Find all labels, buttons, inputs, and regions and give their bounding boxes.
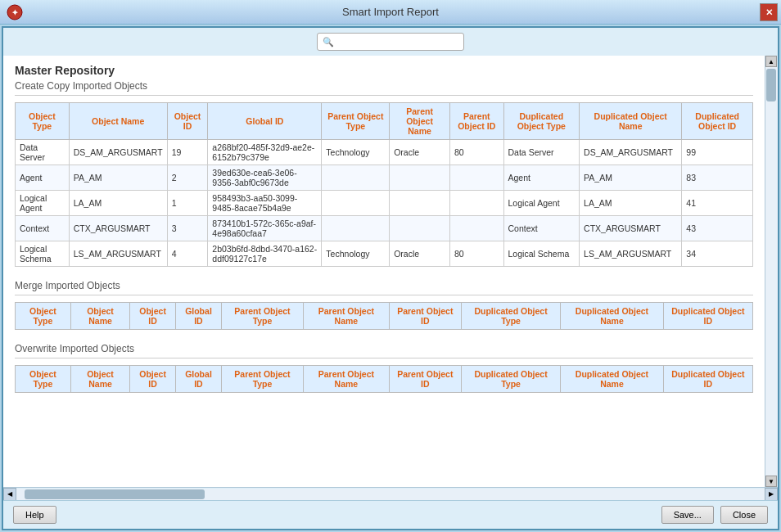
- merge-section: Merge Imported Objects Object Type Objec…: [15, 280, 753, 330]
- ow-col-object-type: Object Type: [16, 366, 71, 393]
- col-header-object-id: Object ID: [167, 103, 208, 140]
- table-cell: [322, 216, 390, 241]
- close-button[interactable]: ✕: [760, 3, 778, 21]
- h-scroll-track: [16, 489, 765, 500]
- window-title: Smart Import Report: [342, 6, 439, 18]
- save-button[interactable]: Save...: [661, 506, 714, 524]
- merge-col-object-id: Object ID: [130, 303, 176, 330]
- master-repository-section: Master Repository Create Copy Imported O…: [15, 64, 753, 267]
- scroll-thumb[interactable]: [766, 69, 776, 101]
- table-cell: Technology: [322, 140, 390, 165]
- table-row: Logical AgentLA_AM1958493b3-aa50-3099-94…: [16, 191, 753, 216]
- table-cell: Context: [16, 216, 70, 241]
- scroll-down-button[interactable]: ▼: [765, 476, 777, 487]
- table-row: AgentPA_AM239ed630e-cea6-3e06-9356-3abf0…: [16, 165, 753, 191]
- col-header-dup-object-id: Duplicated Object ID: [682, 103, 753, 140]
- col-header-parent-object-type: Parent Object Type: [322, 103, 390, 140]
- overwrite-header-row: Object Type Object Name Object ID Global…: [16, 366, 753, 393]
- table-cell: LA_AM: [580, 191, 682, 216]
- table-cell: CTX_ARGUSMART: [69, 216, 167, 241]
- table-cell: Data Server: [503, 140, 580, 165]
- table-cell: [390, 191, 450, 216]
- close-dialog-button[interactable]: Close: [720, 506, 768, 524]
- create-copy-subtitle: Create Copy Imported Objects: [15, 80, 753, 96]
- merge-col-object-name: Object Name: [70, 303, 129, 330]
- table-cell: 958493b3-aa50-3099-9485-8acae75b4a9e: [208, 191, 322, 216]
- ow-col-parent-obj-id: Parent Object ID: [389, 366, 461, 393]
- master-repository-title: Master Repository: [15, 64, 753, 77]
- table-cell: 2: [167, 165, 208, 191]
- table-cell: Logical Agent: [503, 191, 580, 216]
- footer-right-buttons: Save... Close: [661, 506, 768, 524]
- table-cell: [390, 216, 450, 241]
- ow-col-dup-type: Duplicated Object Type: [461, 366, 560, 393]
- merge-col-parent-obj-name: Parent Object Name: [304, 303, 390, 330]
- ow-col-dup-name: Duplicated Object Name: [561, 366, 664, 393]
- ow-col-parent-obj-name: Parent Object Name: [304, 366, 390, 393]
- table-cell: LS_AM_ARGUSMART: [580, 241, 682, 267]
- footer: Help Save... Close: [3, 500, 778, 529]
- table-cell: Context: [503, 216, 580, 241]
- table-cell: 43: [682, 216, 753, 241]
- table-cell: a268bf20-485f-32d9-ae2e-6152b79c379e: [208, 140, 322, 165]
- merge-header-row: Object Type Object Name Object ID Global…: [16, 303, 753, 330]
- title-bar-controls: ✕: [760, 3, 778, 21]
- vertical-scrollbar[interactable]: ▲ ▼: [765, 56, 778, 487]
- merge-table: Object Type Object Name Object ID Global…: [15, 302, 753, 330]
- merge-col-parent-obj-id: Parent Object ID: [389, 303, 461, 330]
- table-cell: [449, 191, 503, 216]
- table-cell: DS_AM_ARGUSMART: [69, 140, 167, 165]
- table-cell: 83: [682, 165, 753, 191]
- scroll-up-button[interactable]: ▲: [765, 56, 777, 67]
- h-scroll-thumb[interactable]: [25, 489, 205, 499]
- table-cell: 4: [167, 241, 208, 267]
- table-cell: 80: [449, 241, 503, 267]
- table-cell: 1: [167, 191, 208, 216]
- table-cell: 41: [682, 191, 753, 216]
- table-cell: LA_AM: [69, 191, 167, 216]
- table-row: Logical SchemaLS_AM_ARGUSMART42b03b6fd-8…: [16, 241, 753, 267]
- table-cell: Logical Schema: [16, 241, 70, 267]
- overwrite-section: Overwrite Imported Objects Object Type O…: [15, 343, 753, 393]
- table-header-row: Object Type Object Name Object ID Global…: [16, 103, 753, 140]
- scroll-track: [765, 67, 778, 476]
- table-cell: Oracle: [390, 241, 450, 267]
- table-cell: Oracle: [390, 140, 450, 165]
- main-content: Master Repository Create Copy Imported O…: [3, 56, 765, 487]
- table-row: Data ServerDS_AM_ARGUSMART19a268bf20-485…: [16, 140, 753, 165]
- help-button[interactable]: Help: [13, 506, 56, 524]
- table-cell: 34: [682, 241, 753, 267]
- merge-col-parent-obj-type: Parent Object Type: [221, 303, 303, 330]
- ow-col-parent-obj-type: Parent Object Type: [221, 366, 303, 393]
- table-cell: 2b03b6fd-8dbd-3470-a162-ddf09127c17e: [208, 241, 322, 267]
- table-cell: LS_AM_ARGUSMART: [69, 241, 167, 267]
- ow-col-global-id: Global ID: [176, 366, 222, 393]
- col-header-global-id: Global ID: [208, 103, 322, 140]
- table-cell: 99: [682, 140, 753, 165]
- scroll-left-button[interactable]: ◀: [3, 488, 16, 501]
- col-header-object-name: Object Name: [69, 103, 167, 140]
- overwrite-subtitle: Overwrite Imported Objects: [15, 343, 753, 358]
- merge-col-dup-name: Duplicated Object Name: [561, 303, 664, 330]
- table-cell: 80: [449, 140, 503, 165]
- table-cell: Logical Schema: [503, 241, 580, 267]
- table-cell: Agent: [16, 165, 70, 191]
- table-cell: [390, 165, 450, 191]
- search-input[interactable]: [317, 33, 464, 51]
- col-header-parent-object-name: Parent Object Name: [390, 103, 450, 140]
- table-cell: [449, 216, 503, 241]
- scroll-right-button[interactable]: ▶: [765, 488, 778, 501]
- col-header-object-type: Object Type: [16, 103, 70, 140]
- table-cell: PA_AM: [69, 165, 167, 191]
- merge-col-dup-type: Duplicated Object Type: [461, 303, 560, 330]
- table-cell: 39ed630e-cea6-3e06-9356-3abf0c9673de: [208, 165, 322, 191]
- table-cell: Technology: [322, 241, 390, 267]
- table-cell: Logical Agent: [16, 191, 70, 216]
- ow-col-object-id: Object ID: [130, 366, 176, 393]
- table-cell: 19: [167, 140, 208, 165]
- merge-col-global-id: Global ID: [176, 303, 222, 330]
- table-cell: 873410b1-572c-365c-a9af-4e98a60cfaa7: [208, 216, 322, 241]
- overwrite-table: Object Type Object Name Object ID Global…: [15, 365, 753, 393]
- ow-col-object-name: Object Name: [70, 366, 129, 393]
- create-copy-table: Object Type Object Name Object ID Global…: [15, 102, 753, 267]
